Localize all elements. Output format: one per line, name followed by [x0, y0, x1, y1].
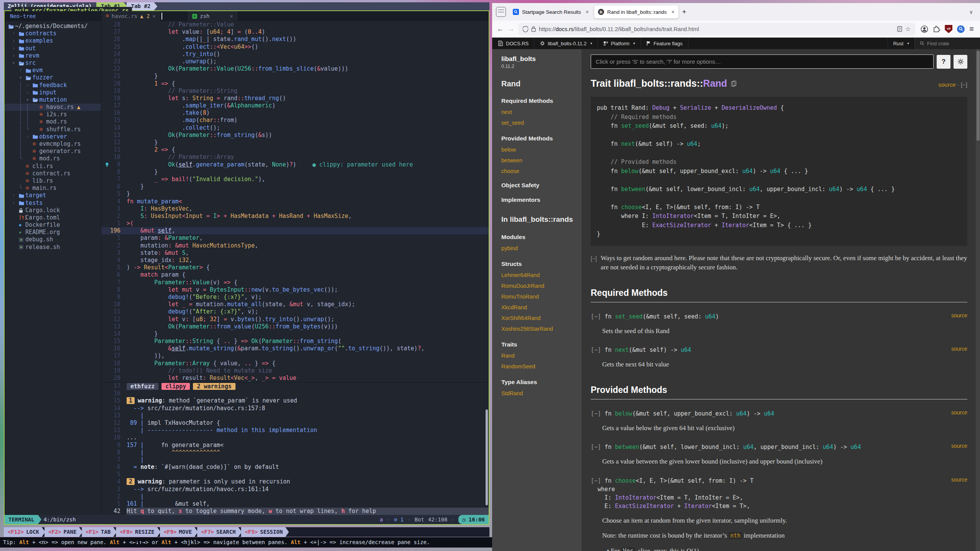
- method-signature[interactable]: [−] fn next(&mut self) -> u64: [591, 346, 967, 354]
- tree-item-out[interactable]: › out: [5, 45, 101, 52]
- tree-item-shuffle-rs[interactable]: │ └ ®shuffle.rs: [5, 126, 101, 133]
- source-link[interactable]: source: [951, 346, 967, 352]
- code-line[interactable]: 6 }: [101, 183, 489, 190]
- sidebar-link-romutriorand[interactable]: RomuTrioRand: [501, 294, 581, 300]
- code-line[interactable]: 3 state: &mut S,: [101, 249, 489, 257]
- code-line[interactable]: 25 .collect::<Vec<u64>>(): [101, 43, 489, 51]
- code-line[interactable]: 7 _ => bail!("Invalid decision."),: [101, 176, 489, 183]
- url-text[interactable]: https://docs.rs/libafl_bolts/0.11.2/liba…: [539, 26, 699, 32]
- settings-gear-button[interactable]: [954, 55, 967, 69]
- sidebar-crate-name[interactable]: libafl_bolts: [501, 55, 581, 63]
- source-link[interactable]: source: [951, 443, 967, 449]
- tree-item-cli-rs[interactable]: ®cli.rs: [5, 163, 101, 170]
- sidebar-link-xoshiro256starrand[interactable]: Xoshiro256StarRand: [501, 326, 581, 332]
- keybind-chip[interactable]: <F12>LOCK: [4, 527, 45, 537]
- code-line[interactable]: 14 .collect();: [101, 124, 489, 132]
- tree-item-input[interactable]: │ › input: [5, 89, 101, 96]
- tree-item-revm[interactable]: › revm: [5, 52, 101, 59]
- code-line[interactable]: 18 let s: String = rand::thread_rng(): [101, 95, 489, 102]
- code-line[interactable]: 4fn mutate_param<: [101, 198, 489, 205]
- sidebar-current-item[interactable]: Rand: [501, 79, 581, 88]
- keybind-chip[interactable]: <F8>RESIZE: [116, 527, 160, 537]
- code-line[interactable]: 8 let mut v = BytesInput::new(v.to_be_by…: [101, 286, 489, 294]
- keybind-chip[interactable]: <F9>MOVE: [160, 527, 198, 537]
- sidebar-link-xorshift64rand[interactable]: XorShift64Rand: [501, 315, 581, 321]
- help-button[interactable]: ?: [937, 55, 950, 69]
- code-line[interactable]: 27 let value: [u64; 4] = (0..4): [101, 28, 489, 36]
- collapse-toggle[interactable]: [−]: [591, 346, 604, 353]
- list-all-tabs-icon[interactable]: ∨: [969, 9, 977, 15]
- close-icon[interactable]: ×: [153, 11, 156, 21]
- forward-button[interactable]: →: [507, 25, 514, 33]
- panel-scrollbar[interactable]: [486, 409, 488, 505]
- tree-item-contracts[interactable]: › contracts: [5, 30, 101, 37]
- code-line[interactable]: 14 }: [101, 330, 489, 338]
- code-line[interactable]: 15 Parameter::String { .. } => Ok(Parame…: [101, 338, 489, 345]
- tree-item-README-org[interactable]: ∗README.org: [5, 229, 101, 236]
- tree-item-debug-sh[interactable]: >debug.sh: [5, 236, 101, 243]
- code-line[interactable]: 12 }: [101, 139, 489, 146]
- sidebar-link-randomseed[interactable]: RandomSeed: [501, 363, 581, 370]
- source-link[interactable]: source: [951, 409, 967, 416]
- source-link[interactable]: source: [951, 312, 967, 318]
- code-line[interactable]: 17 .sample_iter(&Alphanumeric): [101, 102, 489, 109]
- code-line[interactable]: 24 .try_into(): [101, 51, 489, 58]
- tree-item-observer[interactable]: │ › observer: [5, 133, 101, 140]
- keybind-chip[interactable]: <F1>TAB: [82, 527, 117, 537]
- code-line[interactable]: 10 // Parameter::Array: [101, 153, 489, 161]
- code-line[interactable]: 13 Ok(Parameter::from_value(U256::from_b…: [101, 323, 489, 330]
- tree-item-main-rs[interactable]: └ ®main.rs: [5, 185, 101, 192]
- tree-item-Cargo-lock[interactable]: Cargo.lock: [5, 207, 101, 214]
- close-icon[interactable]: ×: [586, 9, 589, 15]
- code-line[interactable]: 16 .take(8): [101, 109, 489, 117]
- menu-icon[interactable]: ≡: [969, 25, 974, 33]
- docsrs-brand[interactable]: DOCS.RS: [492, 38, 534, 49]
- buffer-tab-havoc[interactable]: ® havoc.rs ▲ 2 ×: [101, 11, 161, 21]
- tree-item-generator-rs[interactable]: │ ®generator.rs: [5, 148, 101, 155]
- panel-tab-clippy[interactable]: clippy: [161, 383, 190, 390]
- code-line[interactable]: 11 debug!("After: {:x?}", v);: [101, 308, 489, 315]
- crate-menu[interactable]: libafl_bolts-0.11.2 ▾: [534, 38, 598, 49]
- tree-item----genesis-Documents-[interactable]: ~/.genesis/Documents/: [5, 23, 101, 30]
- code-line[interactable]: 2 mutation: &mut HavocMutationsType,: [101, 242, 489, 249]
- collapse-toggle[interactable]: [−]: [961, 81, 967, 88]
- panel-tab-2-warnings[interactable]: 2 warnings: [193, 383, 235, 390]
- account-icon[interactable]: [921, 25, 928, 33]
- code-line[interactable]: 4 stage_idx: i32,: [101, 257, 489, 264]
- tree-item-evmcmplog-rs[interactable]: │ ®evmcmplog.rs: [5, 140, 101, 148]
- tree-item-mod-rs[interactable]: │ │ ®mod.rs: [5, 118, 101, 125]
- diagnostics-panel[interactable]: 17ethfuzzclippy2 warnings16151warning: m…: [101, 382, 489, 515]
- new-tab-button[interactable]: +: [682, 8, 687, 16]
- code-line[interactable]: 196 &mut self,: [101, 227, 489, 234]
- code-line[interactable]: 11 2 => {: [101, 146, 489, 153]
- source-link[interactable]: source: [939, 81, 956, 88]
- sidebar-link-xkcdrand[interactable]: XkcdRand: [501, 304, 581, 310]
- panel-tab-ethfuzz[interactable]: ethfuzz: [127, 383, 158, 390]
- tree-item-Dockerfile[interactable]: ◆Dockerfile: [5, 221, 101, 229]
- source-link[interactable]: source: [951, 477, 967, 483]
- code-line[interactable]: 22 Ok(Parameter::Value(U256::from_limbs_…: [101, 65, 489, 73]
- collapse-toggle[interactable]: [−]: [591, 477, 604, 484]
- platform-menu[interactable]: Platform ▾: [598, 38, 641, 49]
- extension-puzzle-icon[interactable]: [933, 25, 940, 33]
- code-line[interactable]: 19 // Parameter::String: [101, 87, 489, 95]
- tree-item-mutation[interactable]: │ ▾ mutation: [5, 96, 101, 104]
- code-line[interactable]: 23 .unwrap();: [101, 58, 489, 65]
- close-icon[interactable]: ×: [230, 11, 233, 21]
- doc-search-input[interactable]: [591, 54, 934, 69]
- collapse-toggle[interactable]: [−]: [591, 313, 604, 320]
- sidebar-link-romuduojrrand[interactable]: RomuDuoJrRand: [501, 283, 581, 289]
- code-editor[interactable]: 28 // Parameter::Value27 let value: [u64…: [101, 21, 489, 382]
- bookmark-star-icon[interactable]: ☆: [905, 25, 911, 33]
- keybind-chip[interactable]: <F2>PANE: [44, 527, 82, 537]
- code-line[interactable]: 16 &self.mutate_string(&param.to_string(…: [101, 345, 489, 352]
- tree-item-examples[interactable]: › examples: [5, 37, 101, 45]
- sidebar-link-object-safety[interactable]: Object Safety: [501, 182, 581, 189]
- code-line[interactable]: 19 // todo!() Need to mutate size: [101, 367, 489, 374]
- tree-item-contract-rs[interactable]: ®contract.rs: [5, 170, 101, 177]
- code-line[interactable]: 20 let result: Result<Vec<_>, _> = value: [101, 374, 489, 382]
- tree-item-fuzzer[interactable]: ▾ fuzzer: [5, 74, 101, 81]
- browser-tab[interactable]: RRand in libafl_bolts::rands×: [594, 5, 679, 18]
- sidebar-link-between[interactable]: between: [501, 157, 581, 163]
- find-crate-search[interactable]: Find crate: [915, 38, 980, 49]
